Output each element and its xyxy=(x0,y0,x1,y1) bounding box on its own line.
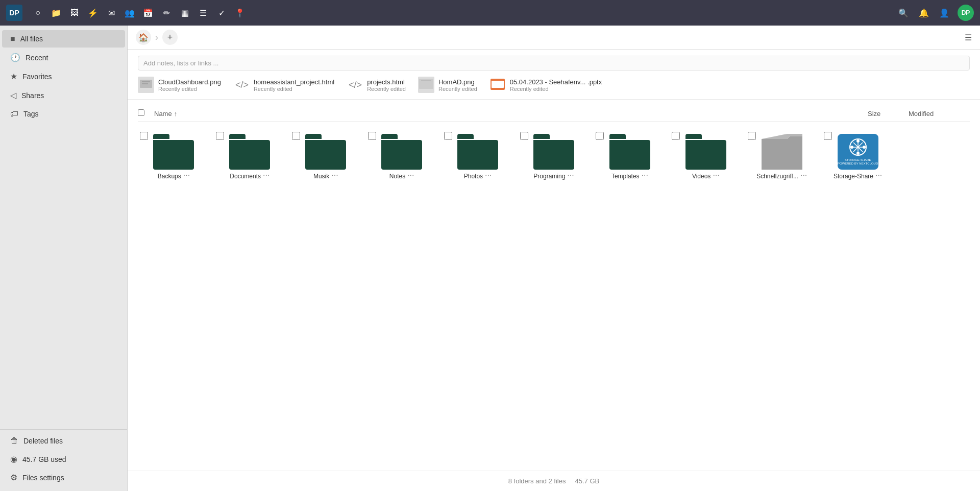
file-checkbox-notes[interactable] xyxy=(368,132,376,140)
sidebar-item-settings[interactable]: ⚙ Files settings xyxy=(2,469,125,486)
folder-icon-photos xyxy=(457,134,498,170)
file-menu-documents[interactable]: ··· xyxy=(263,171,270,180)
recent-bar: Add notes, lists or links ... CloudDashb… xyxy=(128,50,980,100)
sidebar-item-storage[interactable]: ◉ 45.7 GB used xyxy=(2,450,125,468)
size-col-label: Size xyxy=(868,110,880,118)
file-item-storage-share[interactable]: STORAGE SHAREPOWERED BY NEXTCLOUD Storag… xyxy=(822,130,894,184)
sort-indicator: ↑ xyxy=(174,110,178,118)
add-button[interactable]: + xyxy=(162,30,178,45)
file-menu-templates[interactable]: ··· xyxy=(642,171,648,180)
file-item-schnellzugriff[interactable]: Schnellzugriff... ··· xyxy=(746,130,818,184)
recent-file-meta-0: Recently edited xyxy=(158,86,221,92)
file-checkbox-videos[interactable] xyxy=(672,132,680,140)
file-menu-notes[interactable]: ··· xyxy=(407,171,414,180)
file-menu-schnellzugriff[interactable]: ··· xyxy=(800,171,807,180)
status-text: 8 folders and 2 files xyxy=(508,477,566,485)
modified-column-header[interactable]: Modified xyxy=(909,110,970,118)
sidebar-item-recent[interactable]: 🕐 Recent xyxy=(2,49,125,66)
sidebar-item-shares[interactable]: ◁ Shares xyxy=(2,86,125,104)
select-all-checkbox[interactable] xyxy=(138,109,150,118)
mail-nav-icon[interactable]: ✉ xyxy=(104,6,118,20)
file-item-templates[interactable]: Templates ··· xyxy=(594,130,666,184)
sidebar-item-deleted-files[interactable]: 🗑 Deleted files xyxy=(2,432,125,450)
file-checkbox-storage-share[interactable] xyxy=(824,132,832,140)
file-checkbox-schnellzugriff[interactable] xyxy=(748,132,756,140)
sidebar-item-tags[interactable]: 🏷 Tags xyxy=(2,105,125,123)
sidebar-item-recent-label: Recent xyxy=(26,54,48,62)
file-name-photos: Photos xyxy=(464,173,483,180)
size-column-header[interactable]: Size xyxy=(868,110,909,118)
file-menu-backups[interactable]: ··· xyxy=(183,171,190,180)
sidebar-item-favorites[interactable]: ★ Favorites xyxy=(2,67,125,85)
file-checkbox-musik[interactable] xyxy=(292,132,300,140)
recent-files: CloudDashboard.png Recently edited </> h… xyxy=(138,77,970,93)
file-item-videos[interactable]: Videos ··· xyxy=(670,130,742,184)
list-nav-icon[interactable]: ☰ xyxy=(196,6,210,20)
recent-file-name-4: 05.04.2023 - Seehafenv... .pptx xyxy=(510,78,602,86)
file-menu-videos[interactable]: ··· xyxy=(713,171,719,180)
check-nav-icon[interactable]: ✓ xyxy=(214,6,229,20)
folder-icon-notes xyxy=(381,134,422,170)
recent-icon: 🕐 xyxy=(10,53,20,62)
file-label-documents: Documents ··· xyxy=(230,170,270,180)
file-item-musik[interactable]: Musik ··· xyxy=(290,130,362,184)
file-checkbox-documents[interactable] xyxy=(216,132,224,140)
file-name-notes: Notes xyxy=(389,173,405,180)
folder-nav-icon[interactable]: 📁 xyxy=(49,6,63,20)
file-checkbox-photos[interactable] xyxy=(444,132,452,140)
file-checkbox-backups[interactable] xyxy=(140,132,148,140)
search-icon[interactable]: 🔍 xyxy=(896,6,911,20)
file-item-programing[interactable]: Programing ··· xyxy=(518,130,590,184)
recent-file-3[interactable]: HomAD.png Recently edited xyxy=(418,77,477,93)
svg-text:</>: </> xyxy=(349,80,362,90)
avatar[interactable]: DP xyxy=(958,5,974,21)
add-note-input[interactable]: Add notes, lists or links ... xyxy=(138,56,970,71)
trash-icon: 🗑 xyxy=(10,436,18,446)
file-icon-schnellzugriff xyxy=(762,134,802,170)
file-name-documents: Documents xyxy=(230,173,261,180)
file-item-backups[interactable]: Backups ··· xyxy=(138,130,210,184)
file-item-photos[interactable]: Photos ··· xyxy=(442,130,514,184)
recent-file-icon-3 xyxy=(418,77,434,93)
recent-file-name-3: HomAD.png xyxy=(438,78,477,86)
file-menu-storage-share[interactable]: ··· xyxy=(875,171,882,180)
file-item-notes[interactable]: Notes ··· xyxy=(366,130,438,184)
files-grid: Backups ··· Documents ··· xyxy=(138,126,970,188)
file-menu-musik[interactable]: ··· xyxy=(331,171,338,180)
pen-nav-icon[interactable]: ✏ xyxy=(159,6,174,20)
view-toggle-button[interactable]: ☰ xyxy=(965,33,972,42)
contacts-nav-icon[interactable]: 👥 xyxy=(122,6,137,20)
recent-file-2[interactable]: </> projects.html Recently edited xyxy=(347,77,406,93)
calendar-nav-icon[interactable]: 📅 xyxy=(141,6,155,20)
user-icon[interactable]: 👤 xyxy=(937,6,951,20)
recent-file-0[interactable]: CloudDashboard.png Recently edited xyxy=(138,77,221,93)
file-item-documents[interactable]: Documents ··· xyxy=(214,130,286,184)
file-menu-photos[interactable]: ··· xyxy=(485,171,492,180)
file-label-storage-share: Storage-Share ··· xyxy=(834,170,882,180)
favorites-icon: ★ xyxy=(10,72,17,81)
recent-file-4[interactable]: 05.04.2023 - Seehafenv... .pptx Recently… xyxy=(489,77,602,93)
bell-icon[interactable]: 🔔 xyxy=(917,6,931,20)
file-label-programing: Programing ··· xyxy=(533,170,574,180)
bolt-nav-icon[interactable]: ⚡ xyxy=(86,6,100,20)
file-checkbox-programing[interactable] xyxy=(520,132,528,140)
name-column-header[interactable]: Name ↑ xyxy=(154,110,868,118)
file-menu-programing[interactable]: ··· xyxy=(567,171,574,180)
sidebar-item-all-files[interactable]: ■ All files xyxy=(2,30,125,48)
status-size: 45.7 GB xyxy=(575,477,600,485)
app-logo[interactable]: DP xyxy=(6,5,22,21)
recent-file-1[interactable]: </> homeassistant_project.html Recently … xyxy=(233,77,334,93)
image-nav-icon[interactable]: 🖼 xyxy=(67,6,82,20)
recent-file-icon-4 xyxy=(489,77,506,93)
recent-file-name-1: homeassistant_project.html xyxy=(254,78,334,86)
svg-rect-13 xyxy=(492,81,504,88)
home-button[interactable]: 🏠 xyxy=(136,30,151,45)
storage-share-icon: STORAGE SHAREPOWERED BY NEXTCLOUD xyxy=(838,134,878,170)
file-name-musik: Musik xyxy=(313,173,329,180)
location-nav-icon[interactable]: 📍 xyxy=(233,6,247,20)
select-all-input[interactable] xyxy=(138,109,144,116)
storage-share-text: STORAGE SHAREPOWERED BY NEXTCLOUD xyxy=(838,158,878,166)
grid-nav-icon[interactable]: ▦ xyxy=(178,6,192,20)
circle-icon[interactable]: ○ xyxy=(31,6,45,20)
file-checkbox-templates[interactable] xyxy=(596,132,604,140)
